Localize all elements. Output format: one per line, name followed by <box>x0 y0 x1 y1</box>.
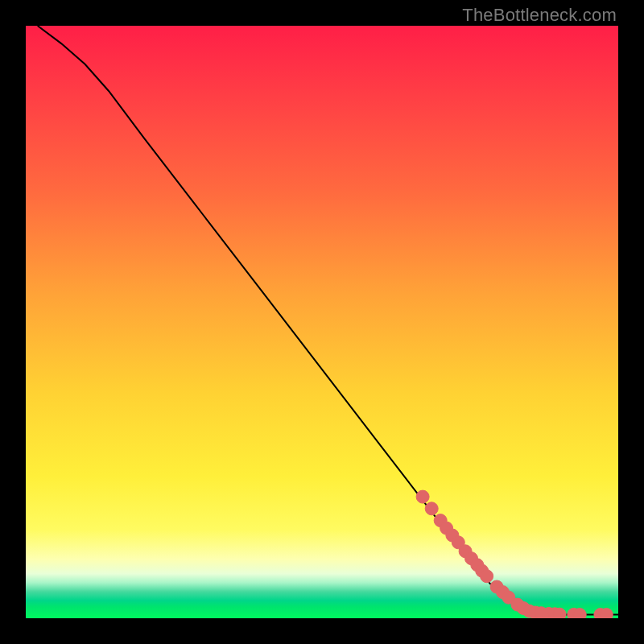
data-point <box>600 609 613 618</box>
data-point <box>553 608 566 618</box>
data-point <box>573 609 586 618</box>
watermark-text: TheBottleneck.com <box>462 5 617 26</box>
data-point <box>416 490 429 503</box>
data-point <box>425 502 438 515</box>
chart-curve <box>38 26 618 615</box>
chart-scatter-points <box>416 490 613 618</box>
chart-plot-area <box>26 26 618 618</box>
chart-frame: TheBottleneck.com <box>0 0 644 644</box>
data-point <box>481 570 493 583</box>
chart-overlay <box>26 26 618 618</box>
